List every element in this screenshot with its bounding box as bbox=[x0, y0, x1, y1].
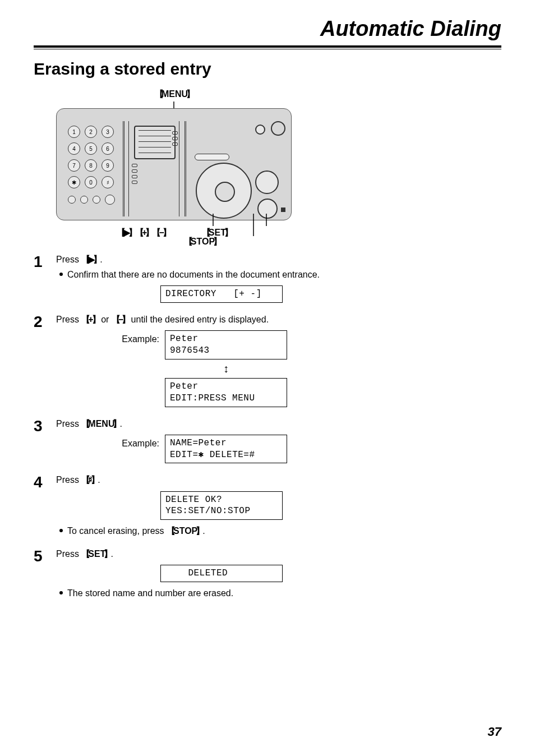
lcd-illustration bbox=[134, 126, 176, 159]
key-right: ▶ bbox=[81, 255, 100, 264]
lcd-step2a: Peter 9876543 bbox=[165, 330, 287, 359]
lcd-step3: NAME=Peter EDIT=✱ DELETE=# bbox=[165, 435, 287, 464]
keypad-illustration: 123 456 789 ✱0♯ bbox=[68, 126, 115, 190]
step-5: 5 Press SET. DELETED The stored name and… bbox=[34, 547, 325, 600]
example-label: Example: bbox=[110, 435, 159, 450]
aux-buttons bbox=[68, 196, 115, 205]
step4-text-a: Press bbox=[56, 475, 81, 485]
step1-text-b: . bbox=[100, 255, 102, 264]
key-stop: STOP bbox=[167, 526, 202, 536]
step-number: 5 bbox=[34, 547, 56, 564]
key-menu: MENU bbox=[81, 419, 119, 428]
step4-text-b: . bbox=[98, 475, 100, 485]
step2-text-b: or bbox=[99, 315, 112, 324]
label-menu: MENU bbox=[155, 89, 193, 99]
step5-text-a: Press bbox=[56, 549, 81, 559]
lcd-step2b: Peter EDIT:PRESS MENU bbox=[165, 378, 287, 407]
step-1: 1 Press ▶. Confirm that there are no doc… bbox=[34, 253, 325, 303]
nav-cluster bbox=[196, 163, 252, 219]
step3-text-b: . bbox=[119, 419, 122, 428]
bullet-icon bbox=[59, 273, 63, 276]
example-label: Example: bbox=[110, 330, 159, 345]
chapter-title: Automatic Dialing bbox=[34, 17, 501, 41]
step4-bullet-b: . bbox=[202, 526, 205, 536]
step5-text-b: . bbox=[110, 549, 113, 559]
device-illustration: MENU 123 456 789 ✱0♯ bbox=[56, 89, 292, 242]
lcd-step5: DELETED bbox=[160, 565, 283, 582]
step2-text-c: until the desired entry is displayed. bbox=[128, 315, 269, 324]
lcd-step1: DIRECTORY [+ -] bbox=[160, 285, 283, 303]
step-number: 3 bbox=[34, 417, 56, 434]
key-plus: + bbox=[81, 315, 98, 324]
bullet-icon bbox=[59, 529, 63, 532]
step2-text-a: Press bbox=[56, 315, 81, 324]
updown-arrow-icon: ↕ bbox=[223, 361, 229, 377]
step-4: 4 Press ♯. DELETE OK? YES:SET/NO:STOP To… bbox=[34, 473, 325, 537]
label-stop: STOP bbox=[184, 237, 220, 246]
lcd-step4: DELETE OK? YES:SET/NO:STOP bbox=[160, 491, 283, 520]
section-title: Erasing a stored entry bbox=[34, 59, 501, 79]
step-2: 2 Press + or − until the desired entry i… bbox=[34, 313, 325, 407]
step-number: 4 bbox=[34, 473, 56, 490]
step4-bullet-a: To cancel erasing, press bbox=[67, 526, 167, 536]
bullet-icon bbox=[59, 591, 63, 594]
step-number: 1 bbox=[34, 253, 56, 270]
steps-list: 1 Press ▶. Confirm that there are no doc… bbox=[34, 253, 325, 600]
rule-thick bbox=[34, 45, 501, 48]
page-number: 37 bbox=[488, 725, 501, 739]
step-3: 3 Press MENU. Example: NAME=Peter EDIT=✱… bbox=[34, 417, 325, 464]
key-minus: − bbox=[112, 315, 128, 324]
step1-bullet: Confirm that there are no documents in t… bbox=[67, 268, 320, 281]
step-number: 2 bbox=[34, 313, 56, 330]
rule-thin bbox=[34, 49, 501, 49]
key-hash: ♯ bbox=[81, 475, 98, 485]
key-set: SET bbox=[81, 549, 110, 559]
step1-text-a: Press bbox=[56, 255, 81, 264]
step3-text-a: Press bbox=[56, 419, 81, 428]
step5-bullet: The stored name and number are erased. bbox=[67, 587, 233, 600]
